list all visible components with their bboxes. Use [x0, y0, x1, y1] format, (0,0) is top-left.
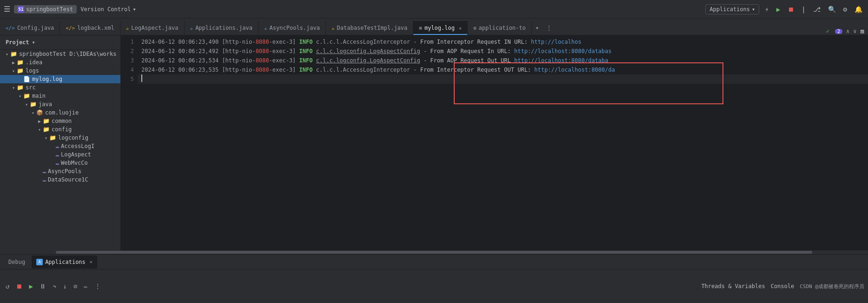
tab-icon-application-to: ⚙: [473, 25, 477, 31]
resume-icon[interactable]: ▶: [27, 282, 34, 291]
project-badge[interactable]: S1 springbootTest: [14, 5, 77, 13]
tree-arrow-idea: ▶: [10, 60, 17, 65]
stop-debug-icon[interactable]: ⏹: [14, 282, 24, 291]
scrollbar-thumb[interactable]: [56, 251, 812, 254]
git-icon[interactable]: ⎇: [811, 4, 822, 15]
sidebar-item-src[interactable]: ▾ 📁 src: [0, 83, 120, 92]
sidebar-item-common[interactable]: ▶ 📁 common: [0, 117, 120, 125]
app-run-chevron: ▾: [752, 6, 755, 13]
folder-icon-idea: 📁: [17, 59, 24, 66]
log-sep-3: -: [420, 56, 431, 65]
tab-logaspect[interactable]: ☕ LogAspect.java: [120, 21, 185, 35]
app-run-button[interactable]: Applications ▾: [705, 4, 759, 14]
check-icon: ✓: [826, 28, 829, 34]
step-over-icon[interactable]: ↷: [51, 282, 58, 291]
editor-content[interactable]: 2024-06-12 00:06:23,490 [http-nio-8080-e…: [138, 35, 868, 250]
bottom-panel: Debug A Applications ✕ ↺ ⏹ ▶ ⏸ ↷ ↓ ⊘ ✏ ⋮…: [0, 254, 868, 303]
log-sep-2: -: [420, 47, 431, 56]
tab-overflow[interactable]: ▾: [532, 21, 543, 35]
sidebar-item-logs[interactable]: ▾ 📁 logs: [0, 67, 120, 75]
threads-variables-btn[interactable]: Threads & Variables: [701, 283, 765, 290]
toolbar-left: ☰ S1 springbootTest Version Control ▾: [4, 5, 136, 13]
tab-application-to[interactable]: ⚙ application-to: [468, 21, 532, 35]
clear-icon[interactable]: ⊘: [72, 282, 79, 291]
editor-area: 1 2 3 4 5 2024-06-12 00:06:23,490 [http-…: [121, 35, 868, 250]
sidebar-item-com-luojie[interactable]: ▾ 📦 com.luojie: [0, 108, 120, 117]
sidebar-item-asyncpools2[interactable]: ▶ ⑉ AsyncPools: [0, 167, 120, 175]
tab-config[interactable]: </> Config.java: [0, 21, 60, 35]
sidebar-item-label-webmvc: WebMvcCo: [61, 160, 88, 166]
stop-icon[interactable]: ⏹: [786, 4, 796, 15]
tree-arrow-root: ▾: [4, 52, 10, 57]
folder-icon-src: 📁: [17, 84, 24, 91]
tab-logback[interactable]: </> logback.xml: [60, 21, 120, 35]
restart-icon[interactable]: ↺: [4, 282, 11, 291]
run-icon[interactable]: ▶: [775, 4, 782, 15]
log-msg-3: From AOP Request Out URL: [430, 56, 514, 65]
tab-icon-asyncpools: ☕: [264, 25, 267, 31]
sidebar-item-datasource[interactable]: ▶ ⑉ DataSource1C: [0, 175, 120, 184]
sidebar-item-java[interactable]: ▾ 📁 java: [0, 100, 120, 108]
chevron-up-icon[interactable]: ∧: [846, 28, 849, 34]
sidebar-item-logconfig[interactable]: ▾ 📁 logconfig: [0, 134, 120, 142]
toolbar-right: Applications ▾ ⚡ ▶ ⏹ | ⎇ 🔍 ⚙ 🔔: [705, 4, 864, 15]
sidebar-item-logaspect2[interactable]: ▶ ⑉ LogAspect: [0, 150, 120, 159]
file-icon-mylog: 📄: [23, 76, 30, 82]
search-everywhere-icon[interactable]: ⚡: [763, 4, 770, 15]
tab-applications[interactable]: ☕ Applications.java: [185, 21, 258, 35]
sidebar-item-idea[interactable]: ▶ 📁 .idea: [0, 58, 120, 67]
tab-icon-logback: </>: [66, 25, 75, 31]
tab-icon-databasetest: ☕: [331, 25, 335, 31]
sidebar-item-root[interactable]: ▾ 📁 springbootTest D:\IDEAs\works: [0, 50, 120, 58]
tree-arrow-com-luojie: ▾: [30, 110, 36, 115]
sidebar-item-config[interactable]: ▾ 📁 config: [0, 125, 120, 134]
sidebar-item-accesslog[interactable]: ▶ ⑉ AccessLogI: [0, 142, 120, 150]
tab-label-databasetest: DatabaseTestImpl.java: [337, 25, 408, 31]
sidebar-item-label-src: src: [26, 84, 36, 91]
sidebar: Project ▾ ▾ 📁 springbootTest D:\IDEAs\wo…: [0, 35, 121, 250]
bottom-tab-applications[interactable]: A Applications ✕: [32, 256, 97, 269]
tab-label-logback: logback.xml: [77, 25, 114, 31]
search-icon[interactable]: 🔍: [826, 4, 838, 15]
more-options-icon[interactable]: ⋮: [93, 282, 103, 291]
tab-label-application-to: application-to: [479, 25, 526, 31]
editor-tabs: </> Config.java </> logback.xml ☕ LogAsp…: [0, 19, 868, 35]
step-into-icon[interactable]: ↓: [61, 282, 68, 291]
tab-databasetest[interactable]: ☕ DatabaseTestImpl.java: [326, 21, 413, 35]
sidebar-title: Project ▾: [6, 39, 35, 46]
log-date-2: 2024-06-12 00:06:23,492: [141, 47, 222, 56]
vcs-button[interactable]: Version Control ▾: [80, 6, 136, 13]
csdn-watermark: CSDN @成都被卷死的程序员: [800, 283, 864, 290]
settings-icon[interactable]: ⚙: [841, 4, 849, 15]
log-level-1: INFO: [299, 37, 316, 47]
sidebar-item-main[interactable]: ▾ 📁 main: [0, 92, 120, 100]
sidebar-item-label-logconfig: logconfig: [58, 135, 88, 141]
log-msg-1: From Interceptor Request IN: [420, 37, 514, 47]
notifications-icon[interactable]: 🔔: [853, 4, 864, 15]
log-level-3: INFO: [299, 56, 316, 65]
sidebar-item-webmvc[interactable]: ▶ ⑉ WebMvcCo: [0, 159, 120, 167]
sidebar-item-label-idea: .idea: [26, 59, 42, 66]
tab-close-mylog[interactable]: ✕: [459, 26, 462, 31]
bottom-nav-area: Threads & Variables Console CSDN @成都被卷死的…: [701, 283, 864, 290]
log-line-4: 2024-06-12 00:06:23,535 [http-nio-8080-e…: [138, 65, 868, 74]
menu-icon[interactable]: ☰: [4, 5, 10, 13]
sidebar-chevron: ▾: [32, 39, 35, 46]
sidebar-item-label-asyncpools2: AsyncPools: [48, 168, 81, 175]
console-btn[interactable]: Console: [771, 283, 795, 290]
log-thread-4: [http-nio-8080-exec-3]: [222, 65, 299, 74]
chevron-down-icon[interactable]: ∨: [853, 28, 856, 34]
bottom-tab-close[interactable]: ✕: [90, 259, 93, 264]
horizontal-scrollbar[interactable]: [0, 250, 868, 254]
vcs-chevron: ▾: [133, 6, 136, 13]
tab-mylog[interactable]: ≡ mylog.log ✕: [413, 21, 468, 35]
edit-icon[interactable]: ✏: [82, 282, 89, 291]
pause-icon[interactable]: ⏸: [38, 282, 48, 291]
sidebar-item-mylog[interactable]: ▶ 📄 mylog.log: [0, 75, 120, 83]
tab-more-options[interactable]: ⋮: [543, 21, 556, 35]
sidebar-item-label-accesslog: AccessLogI: [61, 143, 94, 149]
tab-asyncpools[interactable]: ☕ AsyncPools.java: [258, 21, 326, 35]
log-line-5: [138, 74, 868, 84]
sidebar-item-label-java: java: [39, 101, 52, 108]
bottom-tab-debug[interactable]: Debug: [4, 256, 30, 269]
